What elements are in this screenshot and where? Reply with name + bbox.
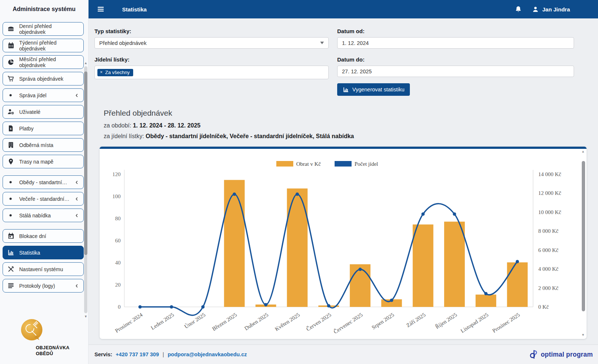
svg-text:80: 80 [115, 216, 121, 221]
chevron-left-icon [74, 196, 79, 202]
date-to-input[interactable]: 27. 12. 2025 [337, 66, 574, 77]
svg-text:12 000 Kč: 12 000 Kč [538, 190, 561, 196]
user-menu[interactable]: Jan Jindra [532, 6, 570, 13]
svg-text:0 Kč: 0 Kč [538, 304, 549, 310]
list-icon [7, 282, 15, 290]
dot-icon [7, 195, 15, 203]
svg-text:0: 0 [118, 304, 121, 310]
svg-text:Červenec 2025: Červenec 2025 [332, 312, 364, 335]
sidebar-item-label: Odběrná místa [19, 142, 53, 148]
vendor-logo-icon [529, 350, 538, 359]
scroll-up-icon[interactable]: ▲ [581, 150, 585, 153]
support-email-link[interactable]: podpora@objednavkaobedu.cz [167, 351, 247, 357]
statistic-type-value: Přehled objednávek [99, 40, 146, 46]
sidebar-item-odběrná-místa[interactable]: Odběrná místa [3, 138, 84, 152]
menus-label: Jídelní lístky: [94, 56, 129, 63]
sidebar-item-protokoly-logy[interactable]: Protokoly (logy) [3, 279, 84, 293]
sidebar-item-label: Správa objednávek [19, 76, 63, 82]
sidebar: Administrace systému Denní přehled objed… [0, 0, 89, 364]
menus-multiselect[interactable]: × Za všechny [94, 66, 329, 79]
sidebar-item-stálá-nabídka[interactable]: Stálá nabídka [3, 209, 84, 222]
svg-text:Prosinec 2025: Prosinec 2025 [491, 312, 521, 334]
page-title: Statistika [122, 6, 147, 13]
sidebar-item-blokace-dní[interactable]: Blokace dní [3, 229, 84, 243]
separator: | [163, 351, 164, 357]
type-label: Typ statistiky: [94, 28, 131, 34]
report-header: Přehled objednávek za období: 1. 12. 202… [104, 109, 354, 144]
sidebar-item-správa-objednávek[interactable]: Správa objednávek [3, 72, 84, 85]
sidebar-item-label: Večeře - standardní… [19, 196, 69, 202]
building-icon [7, 141, 15, 149]
map-pin-icon [7, 158, 15, 165]
chart-scrollbar[interactable]: ▲ ▼ [581, 150, 585, 337]
svg-text:Srpen 2025: Srpen 2025 [371, 312, 395, 330]
svg-text:Říjen 2025: Říjen 2025 [434, 312, 458, 330]
support-label: Servis: [94, 351, 112, 357]
chart-column-icon [7, 249, 15, 256]
user-icon [532, 6, 539, 13]
chip-label: Za všechny [105, 70, 129, 75]
sidebar-item-měsíční-přehled-objednávek[interactable]: Měsíční přehled objednávek [3, 55, 84, 69]
date-to-value: 27. 12. 2025 [342, 69, 372, 74]
svg-text:60: 60 [115, 238, 121, 244]
user-gear-icon [7, 108, 15, 116]
date-from-value: 1. 12. 2024 [342, 40, 369, 46]
sidebar-item-label: Obědy - standartní… [19, 179, 67, 185]
svg-text:20: 20 [115, 282, 121, 288]
sidebar-scrollbar[interactable]: ▲ ▼ [84, 61, 88, 318]
selected-menu-chip: × Za všechny [97, 69, 133, 76]
vendor-brand[interactable]: optimal program [529, 350, 593, 359]
sidebar-item-obědy-standartní[interactable]: Obědy - standartní… [3, 175, 84, 189]
sidebar-item-týdenní-přehled-objednávek[interactable]: Týdenní přehled objednávek [3, 39, 84, 52]
svg-text:4 000 Kč: 4 000 Kč [538, 266, 559, 272]
sidebar-item-label: Nastavení systému [19, 266, 63, 272]
support-phone-link[interactable]: +420 737 197 309 [115, 351, 159, 357]
sidebar-item-správa-jídel[interactable]: Správa jídel [3, 88, 84, 102]
sidebar-item-statistika[interactable]: Statistika [3, 246, 84, 259]
chevron-left-icon [74, 180, 79, 185]
logo-line-2: OBĚDŮ [36, 351, 70, 357]
app-window: Administrace systému Denní přehled objed… [0, 0, 598, 364]
svg-text:Září 2025: Září 2025 [405, 312, 426, 328]
date-from-input[interactable]: 1. 12. 2024 [337, 37, 574, 49]
svg-text:Leden 2025: Leden 2025 [150, 312, 175, 331]
svg-text:100: 100 [113, 193, 121, 199]
user-name: Jan Jindra [542, 6, 570, 13]
sidebar-item-trasy-na-mapě[interactable]: Trasy na mapě [3, 155, 84, 168]
sidebar-item-platby[interactable]: $Platby [3, 122, 84, 135]
topbar: Statistika Jan Jindra [89, 0, 598, 18]
menu-toggle-icon[interactable] [97, 5, 105, 13]
sidebar-item-uživatelé[interactable]: Uživatelé [3, 105, 84, 119]
sidebar-item-label: Statistika [19, 250, 40, 256]
report-period: za období: 1. 12. 2024 - 28. 12. 2025 [104, 122, 354, 129]
svg-text:120: 120 [113, 171, 121, 177]
scrollbar-thumb[interactable] [84, 71, 87, 255]
svg-text:14 000 Kč: 14 000 Kč [538, 171, 561, 177]
generate-button-label: Vygenerovat statistiku [352, 87, 404, 92]
sidebar-item-nastavení-systému[interactable]: Nastavení systému [3, 262, 84, 276]
bell-icon[interactable] [515, 6, 522, 13]
scroll-up-icon[interactable]: ▲ [84, 61, 88, 65]
statistic-type-select[interactable]: Přehled objednávek [94, 37, 329, 49]
footer: Servis: +420 737 197 309 | podpora@objed… [89, 344, 598, 364]
remove-icon[interactable]: × [100, 70, 103, 75]
dot-icon [7, 92, 15, 99]
chart-card: 0204060801001200 Kč2 000 Kč4 000 Kč6 000… [100, 147, 587, 339]
report-menus: za jídelní lístky: Obědy - standartní jí… [104, 133, 354, 140]
scroll-down-icon[interactable]: ▼ [581, 333, 585, 337]
svg-text:Květen 2025: Květen 2025 [274, 312, 301, 332]
svg-text:Červen 2025: Červen 2025 [305, 312, 332, 332]
invoice-icon: $ [7, 125, 15, 132]
scrollbar-thumb[interactable] [582, 161, 585, 311]
sidebar-item-denní-přehled-objednávek[interactable]: Denní přehled objednávek [3, 22, 84, 36]
app-logo: OBJEDNÁVKA OBĚDŮ [21, 319, 84, 360]
svg-text:8 000 Kč: 8 000 Kč [538, 228, 559, 234]
generate-statistics-button[interactable]: Vygenerovat statistiku [337, 83, 410, 96]
svg-text:Prosinec 2024: Prosinec 2024 [114, 312, 144, 334]
sidebar-item-večeře-standardní[interactable]: Večeře - standardní… [3, 192, 84, 206]
scroll-down-icon[interactable]: ▼ [84, 315, 88, 318]
sidebar-item-label: Měsíční přehled objednávek [19, 56, 79, 68]
sidebar-item-label: Správa jídel [19, 92, 46, 98]
sidebar-item-label: Uživatelé [19, 109, 41, 115]
sidebar-item-label: Blokace dní [19, 233, 46, 239]
